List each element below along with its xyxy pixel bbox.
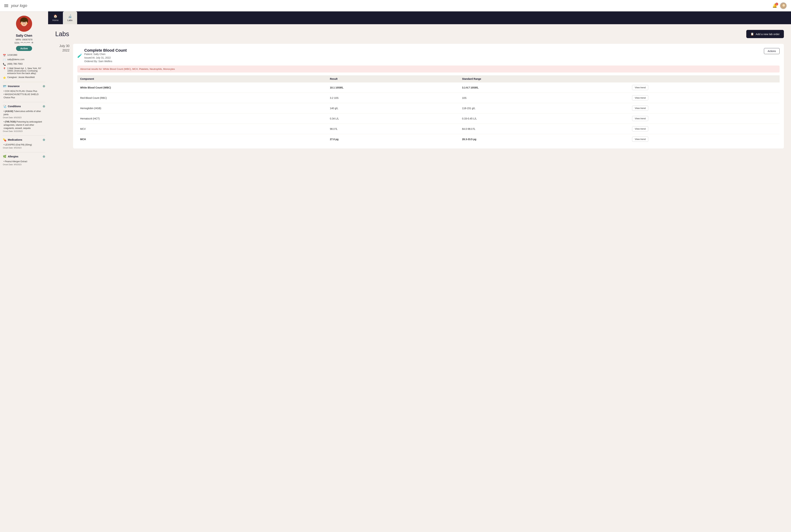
cell-action: View trend [629,134,779,145]
conditions-add-btn[interactable]: ⊕ [42,104,45,108]
allergies-add-btn[interactable]: ⊕ [42,154,45,158]
location-icon: 📍 [3,67,6,70]
medications-icon: 💊 [3,138,6,141]
cell-action: View trend [629,113,779,124]
lab-issued: Issued At: July 31, 2022 [84,56,127,59]
tab-home-label: Home [52,19,59,21]
hamburger-menu[interactable] [4,4,8,7]
cell-result: 27.0 pg [327,134,459,145]
active-badge: Active [3,46,45,51]
cell-range: 84.0-98.0 fL [459,124,629,134]
svg-point-9 [24,23,24,24]
email-icon: ✉️ [3,58,6,61]
medication-1: • LEXAPRO (Oral Pill) (50mg) Onset Date:… [3,143,45,149]
cell-range: 10S [459,93,629,103]
tab-home[interactable]: 🏠 Home [48,12,63,24]
cell-result: 140 g/L [327,103,459,113]
patient-ssn: SSN: ***-**-**** 👁 [3,41,45,44]
abnormal-banner: Abnormal results for: White Blood Count … [77,65,779,73]
lab-card-body: 🧪 Complete Blood Count Patient: Sally Ch… [73,44,784,149]
patient-name: Sally Chen [3,34,45,38]
view-trend-button[interactable]: View trend [632,136,648,142]
lab-title-area: 🧪 Complete Blood Count Patient: Sally Ch… [77,48,127,63]
actions-button[interactable]: Actions [764,48,779,54]
svg-point-1 [783,4,785,6]
table-header-row: Component Result Standard Range [77,75,779,82]
nav-tabs: 🏠 Home 🔬 Labs [48,12,791,24]
condition-1: • (A18.02) Tuberculous arthritis of othe… [3,110,45,119]
table-row: Red Blood Count (RBC) 3.2 10S 10S View t… [77,93,779,103]
cell-action: View trend [629,124,779,134]
home-icon: 🏠 [53,14,57,18]
cell-result: 0.34 L/L [327,113,459,124]
cell-range: 28.3-33.5 pg [459,134,629,145]
cell-component: Hemoglobin (HGB) [77,103,327,113]
add-lab-button[interactable]: 📋 Add a new lab order [746,30,784,38]
cell-component: White Blood Count (WBC) [77,82,327,93]
table-row: MCV 98.0 fL 84.0-98.0 fL View trend [77,124,779,134]
star-icon: ⭐ [3,76,6,79]
svg-point-11 [26,23,27,24]
allergies-icon: 🌿 [3,155,6,158]
conditions-icon: 🩺 [3,105,6,108]
page-content: Labs 📋 Add a new lab order July 30 2022 [48,24,791,532]
address-row: 📍 1 Wall Street Apt. 1, New York, NY 100… [3,67,45,75]
dob-row: 📅 1/19/1990 [3,54,45,57]
caregiver-row: ⭐ Caregiver: Jessie Mansfield [3,76,45,79]
insurance-section: 🪪 Insurance ⊕ • COX HEALTH PLAN: Choice … [3,82,45,99]
phone-row: 📞 (408) 786-7563 [3,63,45,66]
cell-action: View trend [629,82,779,93]
page-title: Labs [55,30,69,38]
svg-point-7 [23,22,23,23]
table-row: White Blood Count (WBC) 10.1 10S9/L 3.1-… [77,82,779,93]
notification-bell[interactable]: 🔔 0 [772,3,777,8]
table-row: Hematocrit (HCT) 0.34 L/L 0.33-0.45 L/L … [77,113,779,124]
tab-labs-label: Labs [68,19,73,21]
view-trend-button[interactable]: View trend [632,126,648,131]
user-avatar[interactable] [780,2,787,9]
view-trend-button[interactable]: View trend [632,116,648,121]
calendar-icon: 📅 [3,54,6,57]
sidebar: Sally Chen MRN: 09087878 SSN: ***-**-***… [0,12,48,532]
insurance-plans: • COX HEALTH PLAN: Choice Plus • MASSACH… [3,90,45,99]
cell-result: 98.0 fL [327,124,459,134]
cell-range: 118-151 g/L [459,103,629,113]
topbar-right: 🔔 0 [772,2,787,9]
allergies-header: 🌿 Allergies ⊕ [3,154,45,158]
main-layout: Sally Chen MRN: 09087878 SSN: ***-**-***… [0,0,791,532]
lab-results-table: Component Result Standard Range White Bl… [77,75,779,144]
cell-result: 10.1 10S9/L [327,82,459,93]
add-lab-icon: 📋 [751,33,754,36]
notification-badge: 0 [775,3,778,5]
patient-mrn: MRN: 09087878 [3,38,45,41]
view-trend-button[interactable]: View trend [632,85,648,90]
lab-order-icon: 🧪 [77,53,82,58]
cell-component: MCV [77,124,327,134]
patient-avatar-wrap [3,16,45,32]
lab-ordered-by: Ordered By: Sam Wellins [84,60,127,63]
col-result: Result [327,75,459,82]
cell-component: Red Blood Count (RBC) [77,93,327,103]
page-header: Labs 📋 Add a new lab order [55,30,784,38]
lab-patient: Patient: Sally Chen [84,53,127,56]
view-trend-button[interactable]: View trend [632,95,648,100]
insurance-header: 🪪 Insurance ⊕ [3,84,45,88]
table-row: Hemoglobin (HGB) 140 g/L 118-151 g/L Vie… [77,103,779,113]
cell-action: View trend [629,103,779,113]
conditions-header: 🩺 Conditions ⊕ [3,104,45,108]
ssn-toggle[interactable]: 👁 [31,41,34,44]
medications-add-btn[interactable]: ⊕ [42,138,45,142]
cell-action: View trend [629,93,779,103]
tab-labs[interactable]: 🔬 Labs [63,12,77,24]
medications-header: 💊 Medications ⊕ [3,138,45,142]
svg-point-10 [20,23,21,24]
view-trend-button[interactable]: View trend [632,106,648,111]
cell-range: 0.33-0.45 L/L [459,113,629,124]
allergies-section: 🌿 Allergies ⊕ • Peanut Allergen Extract … [3,152,45,166]
cell-range: 3.1-9.7 10S9/L [459,82,629,93]
patient-avatar [16,16,32,32]
cell-component: MCH [77,134,327,145]
labs-icon: 🔬 [68,14,72,18]
insurance-add-btn[interactable]: ⊕ [42,84,45,88]
cell-component: Hematocrit (HCT) [77,113,327,124]
